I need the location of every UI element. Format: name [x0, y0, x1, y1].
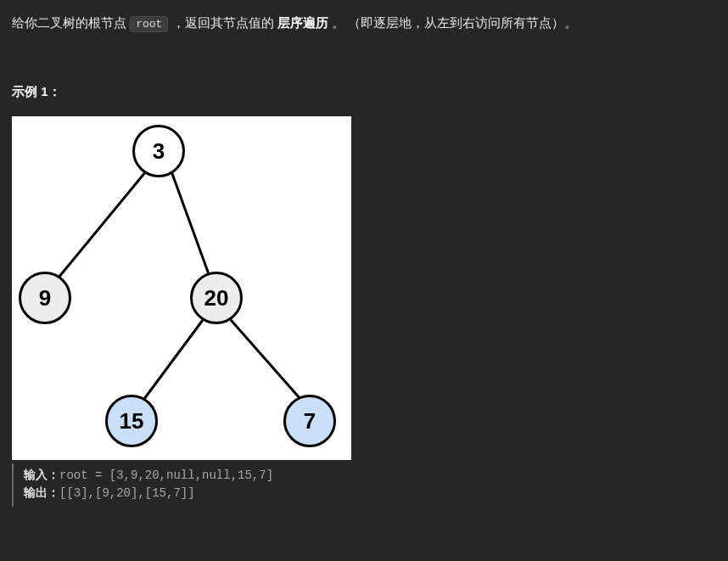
output-value: [[3],[9,20],[15,7]]	[59, 486, 195, 500]
edge	[231, 320, 300, 399]
desc-post: 。 （即逐层地，从左到右访问所有节点）。	[332, 15, 577, 30]
tree-node: 20	[190, 272, 243, 324]
output-label: 输出：	[24, 486, 59, 500]
node-label: 9	[39, 279, 51, 317]
node-label: 15	[120, 402, 144, 440]
edge	[171, 171, 209, 274]
tree-node: 9	[19, 272, 71, 324]
node-label: 3	[153, 132, 165, 170]
edge	[59, 171, 146, 278]
example-heading: 示例 1：	[12, 81, 716, 103]
edge	[144, 320, 203, 399]
desc-pre: 给你二叉树的根节点	[12, 15, 130, 30]
example-code-block: 输入：root = [3,9,20,null,null,15,7] 输出：[[3…	[12, 463, 716, 507]
node-label: 7	[304, 402, 316, 440]
problem-description: 给你二叉树的根节点 root ，返回其节点值的 层序遍历 。 （即逐层地，从左到…	[12, 12, 716, 34]
tree-diagram: 3 9 20 15 7	[12, 116, 351, 460]
tree-node: 7	[283, 395, 336, 447]
desc-bold: 层序遍历	[277, 15, 328, 30]
node-label: 20	[204, 279, 229, 317]
tree-node: 15	[105, 395, 158, 447]
tree-node: 3	[132, 125, 185, 177]
desc-mid: ，返回其节点值的	[172, 15, 277, 30]
input-label: 输入：	[24, 468, 59, 482]
input-value: root = [3,9,20,null,null,15,7]	[59, 468, 273, 482]
root-code: root	[130, 16, 168, 32]
